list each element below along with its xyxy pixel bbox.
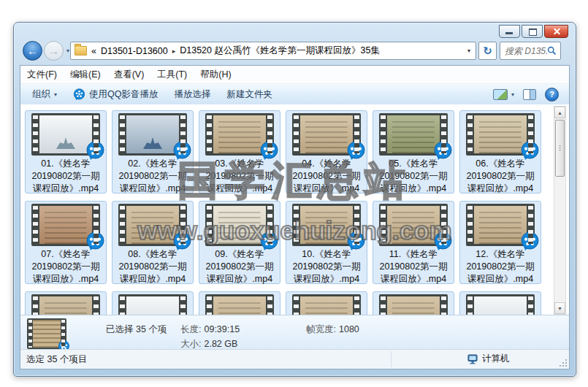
menu-view[interactable]: 查看(V) <box>107 69 151 81</box>
video-thumbnail-image <box>39 115 92 153</box>
qq-play-button[interactable]: 使用QQ影音播放 <box>73 88 158 101</box>
video-thumbnail-image <box>300 206 353 244</box>
folder-icon <box>75 46 87 55</box>
file-name: 07.《姓名学20190802第一期课程回放》.mp4 <box>26 248 106 286</box>
video-thumbnail-image <box>300 296 353 315</box>
menu-tools[interactable]: 工具(T) <box>150 69 194 81</box>
resize-grip[interactable] <box>559 359 568 367</box>
address-dropdown-icon[interactable]: ▾ <box>467 47 470 54</box>
file-item-18[interactable] <box>459 291 541 315</box>
file-item-8[interactable]: 08.《姓名学20190802第一期课程回放》.mp4 <box>112 201 194 284</box>
filmstrip-thumbnail <box>292 294 361 315</box>
file-name: 12.《姓名学20190802第一期课程回放》.mp4 <box>460 248 541 286</box>
file-item-9[interactable]: 09.《姓名学20190802第一期课程回放》.mp4 <box>199 201 280 284</box>
qqplayer-badge-icon <box>520 141 540 161</box>
breadcrumb-current-folder[interactable]: D13520 赵公禹竹《姓名学第一期课程回放》35集 <box>180 45 380 57</box>
file-item-14[interactable] <box>112 291 194 315</box>
play-select-button[interactable]: 播放选择 <box>174 88 210 101</box>
file-item-6[interactable]: 06.《姓名学20190802第一期课程回放》.mp4 <box>459 110 541 194</box>
change-view-button[interactable]: ▾ <box>493 89 514 100</box>
qqplayer-badge-icon <box>346 231 366 251</box>
search-input[interactable] <box>500 46 547 56</box>
qqplayer-badge-icon <box>520 231 540 251</box>
refresh-button[interactable]: ↻ <box>478 42 497 60</box>
search-box[interactable] <box>500 42 561 60</box>
video-thumbnail-image <box>474 206 527 244</box>
file-item-15[interactable] <box>199 291 280 315</box>
close-button[interactable] <box>544 25 568 38</box>
video-thumbnail-image <box>387 206 440 244</box>
file-row: 01.《姓名学20190802第一期课程回放》.mp4 02.《姓名学20190… <box>25 110 541 194</box>
file-name: 11.《姓名学20190802第一期课程回放》.mp4 <box>373 248 454 286</box>
filmstrip-thumbnail <box>466 204 535 246</box>
file-item-16[interactable] <box>286 291 367 315</box>
file-item-10[interactable]: 10.《姓名学20190802第一期课程回放》.mp4 <box>286 201 367 284</box>
video-thumbnail-image <box>213 296 266 315</box>
forward-button[interactable]: → <box>44 41 64 61</box>
scrollbar-thumb[interactable] <box>555 120 565 177</box>
length-value: 09:39:15 <box>204 324 240 334</box>
forward-arrow-icon: → <box>48 45 59 57</box>
file-name: 05.《姓名学20190802第一期课程回放》.mp4 <box>373 158 454 195</box>
frame-width-value: 1080 <box>339 324 359 334</box>
menu-edit[interactable]: 编辑(E) <box>64 69 107 81</box>
maximize-icon <box>529 28 537 36</box>
vertical-scrollbar[interactable]: ▲ ▼ <box>554 106 566 315</box>
breadcrumb-parent-folder[interactable]: D13501-D13600 <box>101 46 168 56</box>
recent-pages-dropdown[interactable]: ▾ <box>66 47 69 54</box>
filmstrip-thumbnail <box>205 204 274 246</box>
filmstrip-thumbnail <box>118 113 187 156</box>
selected-count-text: 已选择 35 个项 <box>106 323 167 336</box>
file-item-4[interactable]: 04.《姓名学20190802第一期课程回放》.mp4 <box>286 110 367 194</box>
file-name: 08.《姓名学20190802第一期课程回放》.mp4 <box>112 248 193 286</box>
file-name: 04.《姓名学20190802第一期课程回放》.mp4 <box>286 158 367 195</box>
file-item-2[interactable]: 02.《姓名学20190802第一期课程回放》.mp4 <box>112 110 194 194</box>
address-bar[interactable]: « D13501-D13600 ▸ D13520 赵公禹竹《姓名学第一期课程回放… <box>70 42 476 60</box>
selection-thumbnail-image <box>33 320 61 348</box>
file-name: 09.《姓名学20190802第一期课程回放》.mp4 <box>199 248 280 286</box>
file-item-1[interactable]: 01.《姓名学20190802第一期课程回放》.mp4 <box>25 110 107 194</box>
video-thumbnail-image <box>126 115 179 153</box>
file-item-12[interactable]: 12.《姓名学20190802第一期课程回放》.mp4 <box>459 201 541 284</box>
help-button[interactable]: ? <box>545 88 559 101</box>
frame-width-field: 帧宽度:1080 <box>306 323 359 336</box>
video-thumbnail-image <box>213 206 266 244</box>
preview-pane-button[interactable] <box>523 89 536 100</box>
file-list[interactable]: 01.《姓名学20190802第一期课程回放》.mp4 02.《姓名学20190… <box>20 104 569 315</box>
back-arrow-icon: ← <box>27 45 38 57</box>
filmstrip-thumbnail <box>118 204 187 246</box>
menu-help[interactable]: 帮助(H) <box>194 69 237 81</box>
filmstrip-thumbnail <box>379 204 448 246</box>
file-item-5[interactable]: 05.《姓名学20190802第一期课程回放》.mp4 <box>373 110 454 194</box>
video-thumbnail-image <box>387 115 440 153</box>
new-folder-button[interactable]: 新建文件夹 <box>226 88 272 101</box>
minimize-button[interactable] <box>499 25 520 38</box>
file-row: 07.《姓名学20190802第一期课程回放》.mp4 08.《姓名学20190… <box>25 201 541 284</box>
scroll-up-button[interactable]: ▲ <box>554 107 565 118</box>
qqplayer-badge-icon <box>433 141 453 161</box>
filmstrip-thumbnail <box>379 294 448 315</box>
file-name: 03.《姓名学20190802第一期课程回放》.mp4 <box>199 158 280 195</box>
organize-button[interactable]: 组织 ▾ <box>32 88 57 101</box>
length-field: 长度:09:39:15 <box>180 323 240 336</box>
back-button[interactable]: ← <box>23 41 42 61</box>
filmstrip-thumbnail <box>31 204 100 246</box>
file-item-13[interactable] <box>25 291 107 315</box>
filmstrip-thumbnail <box>205 294 274 315</box>
file-item-11[interactable]: 11.《姓名学20190802第一期课程回放》.mp4 <box>373 201 454 284</box>
scroll-down-button[interactable]: ▼ <box>554 302 565 314</box>
close-icon <box>552 28 560 36</box>
organize-dropdown-icon: ▾ <box>54 91 57 98</box>
location-label: 计算机 <box>482 353 510 365</box>
video-thumbnail-image <box>126 206 179 244</box>
file-item-3[interactable]: 03.《姓名学20190802第一期课程回放》.mp4 <box>199 110 280 194</box>
size-label: 大小: <box>180 339 201 349</box>
file-item-17[interactable] <box>373 291 454 315</box>
file-item-7[interactable]: 07.《姓名学20190802第一期课程回放》.mp4 <box>25 201 107 284</box>
qqplayer-icon <box>73 88 85 101</box>
menu-file[interactable]: 文件(F) <box>20 69 64 81</box>
breadcrumb-overflow-button[interactable]: « <box>91 46 96 56</box>
window-controls <box>497 25 568 38</box>
maximize-button[interactable] <box>522 25 543 38</box>
length-label: 长度: <box>180 324 201 334</box>
